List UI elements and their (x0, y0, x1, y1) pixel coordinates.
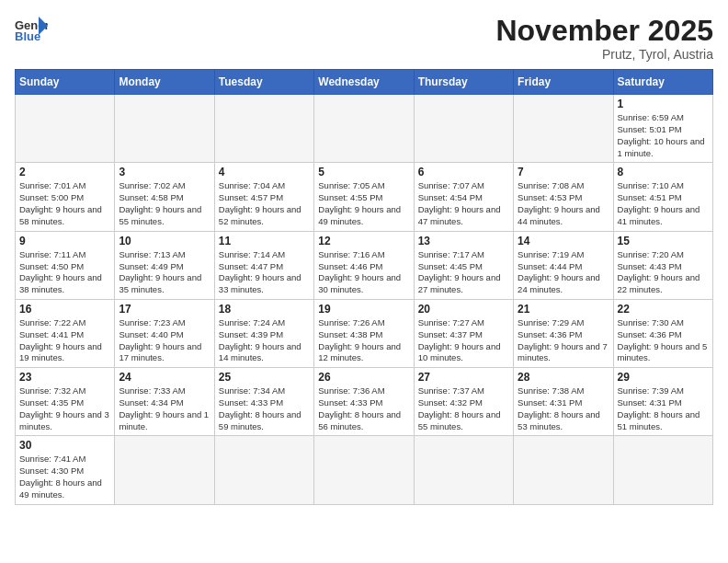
logo-icon: General Blue (15, 15, 48, 42)
day-number: 22 (618, 303, 709, 316)
day-number: 23 (19, 371, 110, 384)
day-number: 28 (518, 371, 609, 384)
day-info: Sunrise: 7:05 AM Sunset: 4:55 PM Dayligh… (318, 180, 409, 227)
calendar-header-row: SundayMondayTuesdayWednesdayThursdayFrid… (16, 70, 713, 95)
day-info: Sunrise: 7:22 AM Sunset: 4:41 PM Dayligh… (19, 317, 110, 364)
day-number: 19 (318, 303, 409, 316)
calendar-cell (214, 436, 313, 504)
calendar-cell (613, 436, 712, 504)
calendar-week-4: 23Sunrise: 7:32 AM Sunset: 4:35 PM Dayli… (16, 368, 713, 436)
col-header-tuesday: Tuesday (214, 70, 313, 95)
day-info: Sunrise: 7:27 AM Sunset: 4:37 PM Dayligh… (418, 317, 509, 364)
day-info: Sunrise: 7:16 AM Sunset: 4:46 PM Dayligh… (318, 249, 409, 296)
day-number: 6 (418, 166, 509, 178)
day-info: Sunrise: 7:13 AM Sunset: 4:49 PM Dayligh… (119, 249, 210, 296)
day-number: 12 (318, 235, 409, 247)
col-header-friday: Friday (514, 70, 613, 95)
calendar-cell: 6Sunrise: 7:07 AM Sunset: 4:54 PM Daylig… (414, 163, 513, 231)
calendar-week-5: 30Sunrise: 7:41 AM Sunset: 4:30 PM Dayli… (16, 436, 713, 504)
calendar-cell: 30Sunrise: 7:41 AM Sunset: 4:30 PM Dayli… (16, 436, 115, 504)
logo: General Blue (15, 15, 48, 42)
day-info: Sunrise: 7:37 AM Sunset: 4:32 PM Dayligh… (418, 385, 509, 432)
calendar-cell: 12Sunrise: 7:16 AM Sunset: 4:46 PM Dayli… (314, 231, 414, 299)
calendar-cell: 10Sunrise: 7:13 AM Sunset: 4:49 PM Dayli… (115, 231, 214, 299)
calendar-cell (16, 95, 115, 163)
calendar-cell: 13Sunrise: 7:17 AM Sunset: 4:45 PM Dayli… (414, 231, 513, 299)
day-number: 5 (318, 166, 409, 178)
col-header-wednesday: Wednesday (314, 70, 414, 95)
col-header-thursday: Thursday (414, 70, 513, 95)
svg-text:Blue: Blue (15, 29, 40, 42)
calendar-cell: 9Sunrise: 7:11 AM Sunset: 4:50 PM Daylig… (16, 231, 115, 299)
day-number: 16 (19, 303, 110, 316)
calendar-cell (414, 95, 513, 163)
day-info: Sunrise: 7:26 AM Sunset: 4:38 PM Dayligh… (318, 317, 409, 364)
day-info: Sunrise: 7:14 AM Sunset: 4:47 PM Dayligh… (219, 249, 310, 296)
page-header: General Blue November 2025 Prutz, Tyrol,… (15, 15, 713, 62)
day-number: 26 (318, 371, 409, 384)
day-number: 2 (19, 166, 110, 178)
calendar-cell: 29Sunrise: 7:39 AM Sunset: 4:31 PM Dayli… (613, 368, 712, 436)
calendar-cell (514, 95, 613, 163)
calendar-cell (414, 436, 513, 504)
calendar-cell: 7Sunrise: 7:08 AM Sunset: 4:53 PM Daylig… (514, 163, 613, 231)
day-info: Sunrise: 7:23 AM Sunset: 4:40 PM Dayligh… (119, 317, 210, 364)
day-number: 15 (618, 235, 709, 247)
day-number: 9 (19, 235, 110, 247)
calendar-cell: 3Sunrise: 7:02 AM Sunset: 4:58 PM Daylig… (115, 163, 214, 231)
calendar-week-3: 16Sunrise: 7:22 AM Sunset: 4:41 PM Dayli… (16, 299, 713, 367)
day-info: Sunrise: 7:39 AM Sunset: 4:31 PM Dayligh… (618, 385, 709, 432)
calendar-cell: 27Sunrise: 7:37 AM Sunset: 4:32 PM Dayli… (414, 368, 513, 436)
day-number: 4 (219, 166, 310, 178)
day-info: Sunrise: 7:11 AM Sunset: 4:50 PM Dayligh… (19, 249, 110, 296)
calendar-cell (115, 95, 214, 163)
calendar-cell: 5Sunrise: 7:05 AM Sunset: 4:55 PM Daylig… (314, 163, 414, 231)
day-number: 13 (418, 235, 509, 247)
day-info: Sunrise: 7:19 AM Sunset: 4:44 PM Dayligh… (518, 249, 609, 296)
calendar-week-2: 9Sunrise: 7:11 AM Sunset: 4:50 PM Daylig… (16, 231, 713, 299)
day-info: Sunrise: 7:10 AM Sunset: 4:51 PM Dayligh… (618, 180, 709, 227)
calendar-cell (115, 436, 214, 504)
day-info: Sunrise: 7:20 AM Sunset: 4:43 PM Dayligh… (618, 249, 709, 296)
calendar-cell: 22Sunrise: 7:30 AM Sunset: 4:36 PM Dayli… (613, 299, 712, 367)
day-number: 11 (219, 235, 310, 247)
day-info: Sunrise: 7:34 AM Sunset: 4:33 PM Dayligh… (219, 385, 310, 432)
calendar-cell: 2Sunrise: 7:01 AM Sunset: 5:00 PM Daylig… (16, 163, 115, 231)
day-number: 8 (618, 166, 709, 178)
calendar-cell: 17Sunrise: 7:23 AM Sunset: 4:40 PM Dayli… (115, 299, 214, 367)
day-number: 1 (618, 98, 709, 110)
day-info: Sunrise: 7:24 AM Sunset: 4:39 PM Dayligh… (219, 317, 310, 364)
calendar-cell (314, 436, 414, 504)
calendar-cell: 25Sunrise: 7:34 AM Sunset: 4:33 PM Dayli… (214, 368, 313, 436)
calendar-cell (214, 95, 313, 163)
calendar-cell: 8Sunrise: 7:10 AM Sunset: 4:51 PM Daylig… (613, 163, 712, 231)
col-header-sunday: Sunday (16, 70, 115, 95)
day-number: 27 (418, 371, 509, 384)
day-number: 17 (119, 303, 210, 316)
title-block: November 2025 Prutz, Tyrol, Austria (495, 15, 713, 62)
day-info: Sunrise: 7:17 AM Sunset: 4:45 PM Dayligh… (418, 249, 509, 296)
calendar-week-0: 1Sunrise: 6:59 AM Sunset: 5:01 PM Daylig… (16, 95, 713, 163)
col-header-saturday: Saturday (613, 70, 712, 95)
calendar-cell: 21Sunrise: 7:29 AM Sunset: 4:36 PM Dayli… (514, 299, 613, 367)
calendar-cell: 4Sunrise: 7:04 AM Sunset: 4:57 PM Daylig… (214, 163, 313, 231)
calendar-cell: 16Sunrise: 7:22 AM Sunset: 4:41 PM Dayli… (16, 299, 115, 367)
calendar-cell: 28Sunrise: 7:38 AM Sunset: 4:31 PM Dayli… (514, 368, 613, 436)
day-number: 3 (119, 166, 210, 178)
calendar-cell: 18Sunrise: 7:24 AM Sunset: 4:39 PM Dayli… (214, 299, 313, 367)
calendar-cell (514, 436, 613, 504)
day-number: 30 (19, 439, 110, 452)
calendar-cell: 15Sunrise: 7:20 AM Sunset: 4:43 PM Dayli… (613, 231, 712, 299)
day-info: Sunrise: 7:33 AM Sunset: 4:34 PM Dayligh… (119, 385, 210, 432)
day-info: Sunrise: 7:01 AM Sunset: 5:00 PM Dayligh… (19, 180, 110, 227)
day-number: 29 (618, 371, 709, 384)
day-info: Sunrise: 7:38 AM Sunset: 4:31 PM Dayligh… (518, 385, 609, 432)
day-info: Sunrise: 7:29 AM Sunset: 4:36 PM Dayligh… (518, 317, 609, 364)
calendar-cell: 23Sunrise: 7:32 AM Sunset: 4:35 PM Dayli… (16, 368, 115, 436)
day-info: Sunrise: 7:08 AM Sunset: 4:53 PM Dayligh… (518, 180, 609, 227)
calendar-cell: 20Sunrise: 7:27 AM Sunset: 4:37 PM Dayli… (414, 299, 513, 367)
day-info: Sunrise: 7:30 AM Sunset: 4:36 PM Dayligh… (618, 317, 709, 364)
day-number: 14 (518, 235, 609, 247)
calendar-table: SundayMondayTuesdayWednesdayThursdayFrid… (15, 69, 713, 505)
day-info: Sunrise: 7:41 AM Sunset: 4:30 PM Dayligh… (19, 454, 110, 500)
